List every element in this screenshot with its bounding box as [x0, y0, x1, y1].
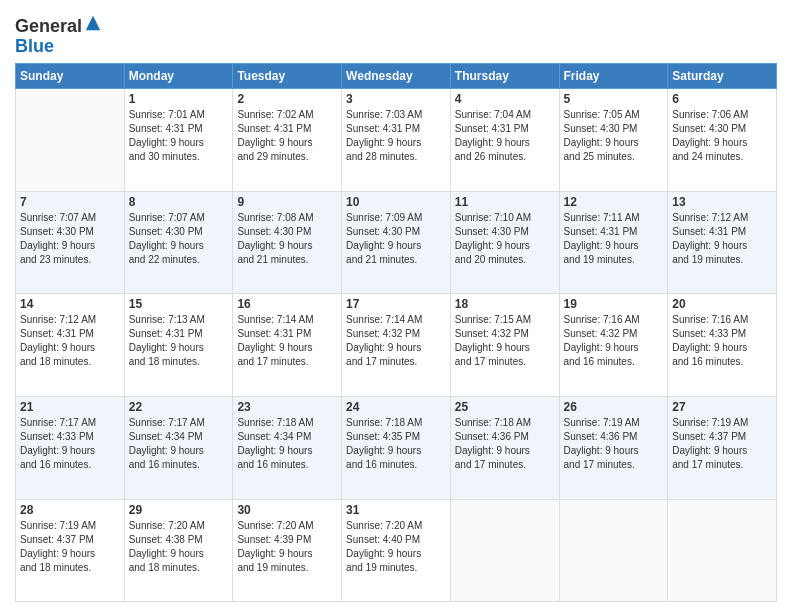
calendar-cell: 31Sunrise: 7:20 AMSunset: 4:40 PMDayligh…: [342, 500, 451, 602]
day-number: 2: [237, 92, 337, 106]
calendar-cell: 28Sunrise: 7:19 AMSunset: 4:37 PMDayligh…: [16, 500, 125, 602]
day-number: 22: [129, 400, 229, 414]
day-number: 18: [455, 297, 555, 311]
day-info: Sunrise: 7:16 AMSunset: 4:33 PMDaylight:…: [672, 313, 772, 369]
calendar-cell: 4Sunrise: 7:04 AMSunset: 4:31 PMDaylight…: [450, 88, 559, 191]
day-info: Sunrise: 7:15 AMSunset: 4:32 PMDaylight:…: [455, 313, 555, 369]
logo-blue-text: Blue: [15, 36, 54, 56]
day-number: 17: [346, 297, 446, 311]
day-number: 25: [455, 400, 555, 414]
weekday-header: Tuesday: [233, 63, 342, 88]
weekday-header: Monday: [124, 63, 233, 88]
calendar-cell: 14Sunrise: 7:12 AMSunset: 4:31 PMDayligh…: [16, 294, 125, 397]
day-number: 9: [237, 195, 337, 209]
day-info: Sunrise: 7:18 AMSunset: 4:36 PMDaylight:…: [455, 416, 555, 472]
day-info: Sunrise: 7:13 AMSunset: 4:31 PMDaylight:…: [129, 313, 229, 369]
calendar-cell: 30Sunrise: 7:20 AMSunset: 4:39 PMDayligh…: [233, 500, 342, 602]
calendar-cell: 16Sunrise: 7:14 AMSunset: 4:31 PMDayligh…: [233, 294, 342, 397]
calendar-cell: 6Sunrise: 7:06 AMSunset: 4:30 PMDaylight…: [668, 88, 777, 191]
day-info: Sunrise: 7:07 AMSunset: 4:30 PMDaylight:…: [20, 211, 120, 267]
calendar-cell: [559, 500, 668, 602]
weekday-header: Saturday: [668, 63, 777, 88]
page: General Blue SundayMondayTuesdayWednesda…: [0, 0, 792, 612]
calendar-cell: [16, 88, 125, 191]
calendar-cell: 15Sunrise: 7:13 AMSunset: 4:31 PMDayligh…: [124, 294, 233, 397]
calendar-cell: 21Sunrise: 7:17 AMSunset: 4:33 PMDayligh…: [16, 397, 125, 500]
calendar-cell: 1Sunrise: 7:01 AMSunset: 4:31 PMDaylight…: [124, 88, 233, 191]
day-number: 7: [20, 195, 120, 209]
calendar-cell: 9Sunrise: 7:08 AMSunset: 4:30 PMDaylight…: [233, 191, 342, 294]
day-number: 31: [346, 503, 446, 517]
day-number: 27: [672, 400, 772, 414]
calendar-cell: 23Sunrise: 7:18 AMSunset: 4:34 PMDayligh…: [233, 397, 342, 500]
calendar-cell: 19Sunrise: 7:16 AMSunset: 4:32 PMDayligh…: [559, 294, 668, 397]
day-info: Sunrise: 7:11 AMSunset: 4:31 PMDaylight:…: [564, 211, 664, 267]
calendar-cell: 12Sunrise: 7:11 AMSunset: 4:31 PMDayligh…: [559, 191, 668, 294]
day-info: Sunrise: 7:05 AMSunset: 4:30 PMDaylight:…: [564, 108, 664, 164]
day-info: Sunrise: 7:12 AMSunset: 4:31 PMDaylight:…: [20, 313, 120, 369]
weekday-header: Wednesday: [342, 63, 451, 88]
day-info: Sunrise: 7:03 AMSunset: 4:31 PMDaylight:…: [346, 108, 446, 164]
day-info: Sunrise: 7:19 AMSunset: 4:37 PMDaylight:…: [20, 519, 120, 575]
logo-general-text: General: [15, 16, 82, 36]
day-number: 26: [564, 400, 664, 414]
day-number: 5: [564, 92, 664, 106]
calendar-cell: 17Sunrise: 7:14 AMSunset: 4:32 PMDayligh…: [342, 294, 451, 397]
day-info: Sunrise: 7:14 AMSunset: 4:31 PMDaylight:…: [237, 313, 337, 369]
day-info: Sunrise: 7:06 AMSunset: 4:30 PMDaylight:…: [672, 108, 772, 164]
weekday-header: Thursday: [450, 63, 559, 88]
day-number: 15: [129, 297, 229, 311]
calendar-cell: 27Sunrise: 7:19 AMSunset: 4:37 PMDayligh…: [668, 397, 777, 500]
day-number: 10: [346, 195, 446, 209]
calendar-cell: 11Sunrise: 7:10 AMSunset: 4:30 PMDayligh…: [450, 191, 559, 294]
calendar-cell: 10Sunrise: 7:09 AMSunset: 4:30 PMDayligh…: [342, 191, 451, 294]
day-number: 21: [20, 400, 120, 414]
calendar-cell: 3Sunrise: 7:03 AMSunset: 4:31 PMDaylight…: [342, 88, 451, 191]
day-info: Sunrise: 7:12 AMSunset: 4:31 PMDaylight:…: [672, 211, 772, 267]
day-number: 13: [672, 195, 772, 209]
day-info: Sunrise: 7:19 AMSunset: 4:36 PMDaylight:…: [564, 416, 664, 472]
day-info: Sunrise: 7:19 AMSunset: 4:37 PMDaylight:…: [672, 416, 772, 472]
day-info: Sunrise: 7:17 AMSunset: 4:33 PMDaylight:…: [20, 416, 120, 472]
day-info: Sunrise: 7:20 AMSunset: 4:38 PMDaylight:…: [129, 519, 229, 575]
day-number: 1: [129, 92, 229, 106]
day-number: 3: [346, 92, 446, 106]
day-info: Sunrise: 7:01 AMSunset: 4:31 PMDaylight:…: [129, 108, 229, 164]
calendar-cell: 20Sunrise: 7:16 AMSunset: 4:33 PMDayligh…: [668, 294, 777, 397]
weekday-header: Sunday: [16, 63, 125, 88]
day-info: Sunrise: 7:18 AMSunset: 4:34 PMDaylight:…: [237, 416, 337, 472]
day-number: 4: [455, 92, 555, 106]
calendar-cell: [668, 500, 777, 602]
day-number: 23: [237, 400, 337, 414]
day-info: Sunrise: 7:17 AMSunset: 4:34 PMDaylight:…: [129, 416, 229, 472]
day-info: Sunrise: 7:09 AMSunset: 4:30 PMDaylight:…: [346, 211, 446, 267]
day-number: 20: [672, 297, 772, 311]
calendar-cell: 13Sunrise: 7:12 AMSunset: 4:31 PMDayligh…: [668, 191, 777, 294]
day-number: 16: [237, 297, 337, 311]
calendar-cell: 8Sunrise: 7:07 AMSunset: 4:30 PMDaylight…: [124, 191, 233, 294]
day-number: 12: [564, 195, 664, 209]
calendar-cell: 7Sunrise: 7:07 AMSunset: 4:30 PMDaylight…: [16, 191, 125, 294]
day-info: Sunrise: 7:02 AMSunset: 4:31 PMDaylight:…: [237, 108, 337, 164]
day-number: 11: [455, 195, 555, 209]
day-number: 6: [672, 92, 772, 106]
calendar-cell: [450, 500, 559, 602]
logo: General Blue: [15, 14, 102, 57]
day-info: Sunrise: 7:10 AMSunset: 4:30 PMDaylight:…: [455, 211, 555, 267]
day-info: Sunrise: 7:20 AMSunset: 4:39 PMDaylight:…: [237, 519, 337, 575]
day-info: Sunrise: 7:20 AMSunset: 4:40 PMDaylight:…: [346, 519, 446, 575]
day-info: Sunrise: 7:14 AMSunset: 4:32 PMDaylight:…: [346, 313, 446, 369]
calendar-cell: 18Sunrise: 7:15 AMSunset: 4:32 PMDayligh…: [450, 294, 559, 397]
weekday-header: Friday: [559, 63, 668, 88]
day-info: Sunrise: 7:07 AMSunset: 4:30 PMDaylight:…: [129, 211, 229, 267]
day-info: Sunrise: 7:16 AMSunset: 4:32 PMDaylight:…: [564, 313, 664, 369]
calendar-cell: 24Sunrise: 7:18 AMSunset: 4:35 PMDayligh…: [342, 397, 451, 500]
day-number: 24: [346, 400, 446, 414]
calendar-cell: 22Sunrise: 7:17 AMSunset: 4:34 PMDayligh…: [124, 397, 233, 500]
day-number: 30: [237, 503, 337, 517]
day-number: 14: [20, 297, 120, 311]
day-number: 29: [129, 503, 229, 517]
calendar-cell: 26Sunrise: 7:19 AMSunset: 4:36 PMDayligh…: [559, 397, 668, 500]
day-number: 28: [20, 503, 120, 517]
day-info: Sunrise: 7:08 AMSunset: 4:30 PMDaylight:…: [237, 211, 337, 267]
